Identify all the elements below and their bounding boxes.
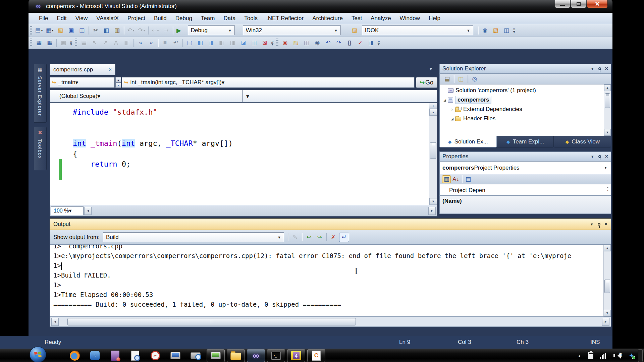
new-project-icon[interactable]: ▤▾ bbox=[34, 26, 44, 35]
window-position-icon[interactable]: ▼ bbox=[590, 222, 594, 226]
insert-snippet-icon[interactable]: ▦ bbox=[34, 38, 44, 48]
definition-dropdown[interactable]: ▾ bbox=[243, 90, 437, 103]
output-horizontal-scrollbar[interactable]: ◄ ► bbox=[50, 317, 611, 327]
save-all-icon[interactable]: ◫ bbox=[77, 26, 87, 35]
start-button[interactable] bbox=[30, 347, 46, 362]
output-text-area[interactable]: 1> comperrors.cpp1>e:\myprojects\comperr… bbox=[50, 245, 611, 317]
bubble-back-icon[interactable]: ◧ bbox=[217, 38, 227, 48]
comment-lines-icon[interactable]: ≡ bbox=[160, 38, 170, 48]
toolbar-grip[interactable] bbox=[30, 26, 32, 35]
toolbar-overflow-button[interactable]: »▾ bbox=[270, 39, 275, 47]
document-tab-comperrors-cpp[interactable]: comperrors.cpp × bbox=[50, 64, 115, 75]
property-pages-icon[interactable]: ▤ bbox=[464, 175, 473, 183]
menu-architecture[interactable]: Architecture bbox=[308, 15, 347, 22]
va-redo-block-icon[interactable]: ↷ bbox=[334, 38, 344, 48]
add-new-item-icon[interactable]: ▦▾ bbox=[45, 26, 55, 35]
minimize-button[interactable] bbox=[555, 0, 570, 8]
menu-help[interactable]: Help bbox=[424, 15, 445, 22]
show-all-files-icon[interactable]: ◫ bbox=[456, 74, 466, 84]
maximize-button[interactable] bbox=[571, 0, 586, 8]
file-outline-icon[interactable]: ▥ bbox=[122, 38, 132, 48]
taskbar-windows-explorer-window[interactable] bbox=[227, 349, 245, 362]
menu-analyze[interactable]: Analyze bbox=[366, 15, 395, 22]
scroll-right-icon[interactable]: ► bbox=[602, 318, 609, 326]
menu-debug[interactable]: Debug bbox=[171, 15, 197, 22]
alphabetical-sort-icon[interactable]: A↓ bbox=[451, 175, 460, 183]
scope-dropdown[interactable]: (Global Scope) ▾ bbox=[50, 90, 243, 103]
find-message-icon[interactable]: ✎ bbox=[290, 233, 300, 242]
scroll-down-icon[interactable]: ▼ bbox=[429, 198, 437, 205]
scroll-down-icon[interactable]: ▼ bbox=[604, 129, 611, 136]
bubble-next-icon[interactable]: ◨ bbox=[206, 38, 216, 48]
taskbar-firefox-shortcut[interactable] bbox=[66, 349, 84, 362]
go-button[interactable]: ↪ Go bbox=[416, 77, 437, 88]
window-titlebar[interactable]: ∞ comperrors - Microsoft Visual Studio (… bbox=[29, 0, 612, 13]
find-in-files-icon[interactable]: ▨ bbox=[350, 26, 360, 35]
va-outline-check-icon[interactable]: ◉ bbox=[280, 38, 290, 48]
taskbar-photo-app-shortcut[interactable] bbox=[106, 349, 124, 362]
goto-next-change-icon[interactable]: ◫ bbox=[249, 38, 259, 48]
tree-expander-icon[interactable]: ◢ bbox=[449, 117, 455, 121]
va-find-references-icon[interactable]: ◉ bbox=[312, 38, 322, 48]
scroll-left-icon[interactable]: ◄ bbox=[84, 207, 92, 215]
show-desktop-button[interactable] bbox=[638, 349, 643, 362]
output-source-dropdown[interactable]: Build ▼ bbox=[103, 232, 284, 242]
scroll-up-icon[interactable]: ▲ bbox=[604, 84, 611, 91]
editor-vertical-scrollbar[interactable]: ↕ ▲ ▼ bbox=[429, 103, 437, 205]
tray-volume-icon[interactable]: )) bbox=[613, 352, 622, 359]
tray-hidden-icons-icon[interactable]: ▲ bbox=[578, 353, 581, 359]
scroll-right-icon[interactable]: ► bbox=[428, 207, 436, 215]
scrollbar-thumb[interactable] bbox=[605, 93, 610, 108]
pin-icon[interactable] bbox=[598, 67, 601, 70]
pin-icon[interactable] bbox=[598, 223, 600, 226]
find-combo[interactable]: IDOK▼ bbox=[362, 25, 473, 35]
output-vertical-scrollbar[interactable]: ▲ ▼ bbox=[603, 245, 611, 316]
toolbar-grip[interactable] bbox=[30, 39, 32, 47]
menu-team[interactable]: Team bbox=[197, 15, 219, 22]
chevron-down-icon[interactable]: ▾ bbox=[603, 162, 608, 174]
spinner-up-icon[interactable]: ▲ bbox=[115, 77, 121, 82]
properties-titlebar[interactable]: Properties ▼ × bbox=[439, 152, 611, 162]
context-dropdown[interactable]: ↪ int _tmain(int argc, _TCHAR* argv[]) ▾ bbox=[122, 77, 415, 88]
member-dropdown[interactable]: ↪ _tmain ▾ bbox=[50, 77, 115, 88]
window-position-icon[interactable]: ▼ bbox=[591, 155, 594, 159]
tray-power-icon[interactable] bbox=[588, 352, 593, 359]
navigate-forward-icon[interactable]: ⇒ bbox=[161, 26, 171, 35]
code-editor[interactable]: #include "stdafx.h" int _tmain(int argc,… bbox=[50, 103, 437, 205]
properties-window-icon[interactable]: ▤ bbox=[442, 74, 452, 84]
tray-network-icon[interactable] bbox=[600, 353, 607, 359]
va-spell-check-icon[interactable]: ✓ bbox=[355, 38, 365, 48]
window-position-icon[interactable]: ▼ bbox=[591, 67, 594, 71]
toolbar-grip[interactable] bbox=[75, 39, 77, 47]
toolbar-grip[interactable] bbox=[276, 39, 278, 47]
va-braces-icon[interactable]: {} bbox=[344, 38, 355, 48]
menu-net-reflector[interactable]: .NET Reflector bbox=[262, 15, 308, 22]
properties-object-dropdown[interactable]: comperrors Project Properties ▾ bbox=[439, 162, 611, 174]
bubble-previous-icon[interactable]: ◧ bbox=[195, 38, 205, 48]
va-open-file-in-solution-icon[interactable]: ▨ bbox=[291, 38, 301, 48]
scroll-up-icon[interactable]: ▲ bbox=[604, 245, 611, 251]
zoom-level-dropdown[interactable]: 100 % ▾ bbox=[51, 206, 84, 215]
redo-icon[interactable]: ↷▾ bbox=[137, 26, 147, 35]
horizontal-scroll-track[interactable] bbox=[92, 207, 428, 215]
close-button[interactable]: ✕ bbox=[587, 0, 608, 8]
tree-item-solution-comperrors-1-project[interactable]: ∞Solution 'comperrors' (1 project) bbox=[440, 86, 611, 95]
indent-icon[interactable]: » bbox=[136, 38, 146, 48]
window-list-icon[interactable]: ◫ bbox=[501, 26, 512, 35]
close-icon[interactable]: × bbox=[605, 66, 608, 72]
select-block-icon[interactable]: ↗ bbox=[100, 38, 110, 48]
close-icon[interactable]: × bbox=[605, 154, 608, 160]
taskbar-media-app-shortcut[interactable]: ≈ bbox=[86, 349, 104, 362]
va-paste-history-icon[interactable]: ◨ bbox=[366, 38, 376, 48]
output-titlebar[interactable]: Output ▼ × bbox=[50, 219, 611, 230]
clear-all-icon[interactable]: ✗ bbox=[328, 233, 338, 242]
spinner-down-icon[interactable]: ▼ bbox=[115, 82, 121, 88]
server-explorer-side-tab[interactable]: ▦ Server Explorer bbox=[34, 64, 47, 123]
menu-window[interactable]: Window bbox=[395, 15, 424, 22]
surround-snippet-icon[interactable]: ▦ bbox=[45, 38, 55, 48]
taskbar-snipping-tool-shortcut[interactable]: ✂ bbox=[146, 349, 164, 362]
menu-view[interactable]: View bbox=[71, 15, 92, 22]
previous-message-icon[interactable]: ↩ bbox=[304, 233, 314, 242]
menu-build[interactable]: Build bbox=[150, 15, 171, 22]
categorized-icon[interactable]: ▦ bbox=[442, 175, 451, 183]
